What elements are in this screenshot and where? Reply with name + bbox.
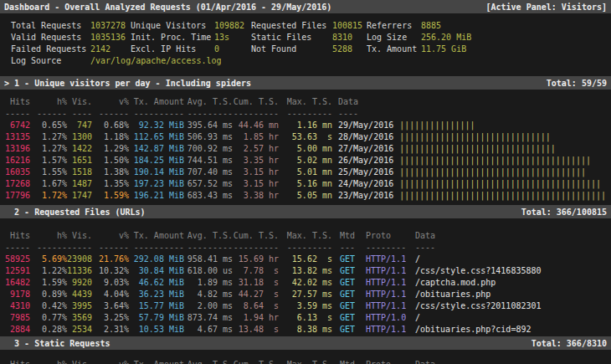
separator: --- xyxy=(340,242,361,254)
panel-pointer-placeholder xyxy=(4,339,14,348)
hits-percent: 1.55% xyxy=(30,167,67,178)
panel-header-static-requests[interactable]: 3 - Static Requests Total: 366/8310 xyxy=(0,336,611,350)
hits-value: 17796 xyxy=(3,190,30,202)
separator: ------ xyxy=(92,242,129,254)
separator: ---- xyxy=(415,242,611,254)
init-proc-time-value: 13s xyxy=(214,32,251,44)
table-header-row: Hits h% Vis. v% Tx. Amount Avg. T.S. Cum… xyxy=(0,359,611,364)
method-header: Mtd xyxy=(340,359,361,364)
hits-header: Hits xyxy=(3,230,30,242)
request-row[interactable]: 9178 0.89% 4439 4.04% 36.23 MiB 4.82 ms … xyxy=(0,289,611,300)
init-proc-time-label: Init. Proc. Time xyxy=(131,32,214,44)
visitors-row[interactable]: 13196 1.27% 1422 1.29% 142.87 MiB 700.92… xyxy=(0,143,611,155)
hits-percent: 0.65% xyxy=(30,120,67,131)
avg-ts-value: 395.64 ms xyxy=(184,120,233,131)
cum-ts-value: 3.15 hr xyxy=(233,167,279,178)
visitors-percent: 4.04% xyxy=(92,289,129,300)
referrers-label: Referrers xyxy=(367,20,421,32)
visitors-row[interactable]: 17796 1.72% 1747 1.59% 196.21 MiB 683.43… xyxy=(0,190,611,202)
max-ts-value: 5.16 mn xyxy=(279,178,332,190)
protocol-value: HTTP/1.1 xyxy=(366,277,408,289)
hits-value: 13196 xyxy=(3,143,30,155)
visitors-percent: 3.25% xyxy=(92,312,129,324)
not-found-label: Not Found xyxy=(251,44,332,55)
tx-amount-value: 30.84 MiB xyxy=(129,265,184,277)
table-header-row: Hits h% Vis. v% Tx. Amount Avg. T.S. Cum… xyxy=(0,96,611,108)
unique-visitors-label: Unique Visitors xyxy=(131,20,214,32)
date-cell: 29/May/2016||||||||||||||| xyxy=(338,120,475,131)
visitors-value: 1518 xyxy=(67,167,92,178)
hits-percent: 0.89% xyxy=(30,289,67,300)
panel-title: 2 - Requested Files (URLs) xyxy=(14,208,146,217)
panel-total: Total: 366/8310 xyxy=(531,339,607,348)
panel-title: 3 - Static Requests xyxy=(14,339,110,348)
visitors-row[interactable]: 17268 1.67% 1487 1.35% 197.23 MiB 657.52… xyxy=(0,178,611,190)
hits-percent-header: h% xyxy=(30,96,67,108)
title-bar: Dashboard - Overall Analyzed Requests (0… xyxy=(0,0,611,13)
referrers-value: 8885 xyxy=(421,20,441,32)
separator: --------- xyxy=(233,108,279,120)
request-row[interactable]: 58925 5.69% 23908 21.76% 292.08 MiB 958.… xyxy=(0,254,611,265)
cum-ts-value: 1.94 hr xyxy=(233,312,279,324)
separator: --------- xyxy=(233,242,279,254)
static-files-value: 8310 xyxy=(332,32,367,44)
failed-requests-label: Failed Requests xyxy=(11,44,90,55)
active-panel-pointer-icon: > xyxy=(4,79,14,88)
request-row[interactable]: 4310 0.42% 3995 3.64% 15.77 MiB 2.00 ms … xyxy=(0,300,611,312)
tx-amount-header: Tx. Amount xyxy=(129,230,184,242)
cum-ts-value: 8.64 s xyxy=(233,300,279,312)
requested-files-label: Requested Files xyxy=(251,20,332,32)
tx-amount-header: Tx. Amount xyxy=(129,359,184,364)
separator: ------ xyxy=(30,108,67,120)
protocol-value: HTTP/1.1 xyxy=(366,300,408,312)
visitors-header: Vis. xyxy=(67,359,92,364)
visitors-value: 9920 xyxy=(67,277,92,289)
visitors-row[interactable]: 13135 1.27% 1300 1.18% 112.65 MiB 506.93… xyxy=(0,131,611,143)
hits-value: 12591 xyxy=(3,265,30,277)
method-value: GET xyxy=(340,265,361,277)
visitors-value: 1651 xyxy=(67,155,92,167)
visitors-value: 3995 xyxy=(67,300,92,312)
protocol-value: HTTP/1.0 xyxy=(366,312,408,324)
request-row[interactable]: 7985 0.77% 3569 3.25% 57.79 MiB 873.74 m… xyxy=(0,312,611,324)
date-cell: 27/May/2016|||||||||||||||||||||||||||||… xyxy=(338,143,556,155)
max-ts-value: 5.01 mn xyxy=(279,167,332,178)
excl-ip-hits-value: 0 xyxy=(214,44,251,55)
tx-amount-value: 10.53 MiB xyxy=(129,324,184,336)
request-row[interactable]: 12591 1.22% 11336 10.32% 30.84 MiB 618.0… xyxy=(0,265,611,277)
not-found-value: 5288 xyxy=(332,44,367,55)
log-source-value: /var/log/apache/access.log xyxy=(90,55,222,67)
hits-value: 17268 xyxy=(3,178,30,190)
tx-amount-value: 11.75 GiB xyxy=(421,44,466,55)
separator: ---- xyxy=(338,108,358,120)
avg-ts-value: 4.82 ms xyxy=(184,289,233,300)
panel-header-visitors[interactable]: > 1 - Unique visitors per day - Includin… xyxy=(0,76,611,90)
date-value: 29/May/2016 xyxy=(338,120,393,130)
tx-amount-value: 15.77 MiB xyxy=(129,300,184,312)
visitors-percent: 9.03% xyxy=(92,277,129,289)
method-header: Mtd xyxy=(340,230,361,242)
visitors-value: 1747 xyxy=(67,190,92,202)
date-value: 26/May/2016 xyxy=(338,156,393,165)
tx-amount-header: Tx. Amount xyxy=(129,96,184,108)
url-value: /obituaries.php xyxy=(415,289,611,300)
method-value: GET xyxy=(340,300,361,312)
hits-percent: 1.67% xyxy=(30,178,67,190)
visitors-row[interactable]: 6742 0.65% 747 0.68% 92.32 MiB 395.64 ms… xyxy=(0,120,611,131)
visitors-row[interactable]: 16035 1.55% 1518 1.38% 190.14 MiB 707.40… xyxy=(0,167,611,178)
panel-title: 1 - Unique visitors per day - Including … xyxy=(14,79,251,88)
max-ts-value: 27.57 ms xyxy=(279,289,332,300)
url-value: /css/style.css?1416835880 xyxy=(415,265,611,277)
url-value: / xyxy=(415,254,611,265)
separator: ------ xyxy=(92,108,129,120)
data-header: Data xyxy=(415,230,611,242)
request-row[interactable]: 2884 0.28% 2534 2.31% 10.53 MiB 4.67 ms … xyxy=(0,324,611,336)
visitors-row[interactable]: 16216 1.57% 1651 1.50% 184.25 MiB 744.51… xyxy=(0,155,611,167)
summary-row: Log Source /var/log/apache/access.log xyxy=(0,55,611,67)
log-size-value: 256.20 MiB xyxy=(421,32,471,44)
hits-value: 9178 xyxy=(3,289,30,300)
max-ts-header: Max. T.S. xyxy=(279,96,332,108)
request-row[interactable]: 16482 1.59% 9920 9.03% 46.62 MiB 1.89 ms… xyxy=(0,277,611,289)
max-ts-value: 13.82 ms xyxy=(279,265,332,277)
panel-header-requests[interactable]: 2 - Requested Files (URLs) Total: 366/10… xyxy=(0,205,611,218)
